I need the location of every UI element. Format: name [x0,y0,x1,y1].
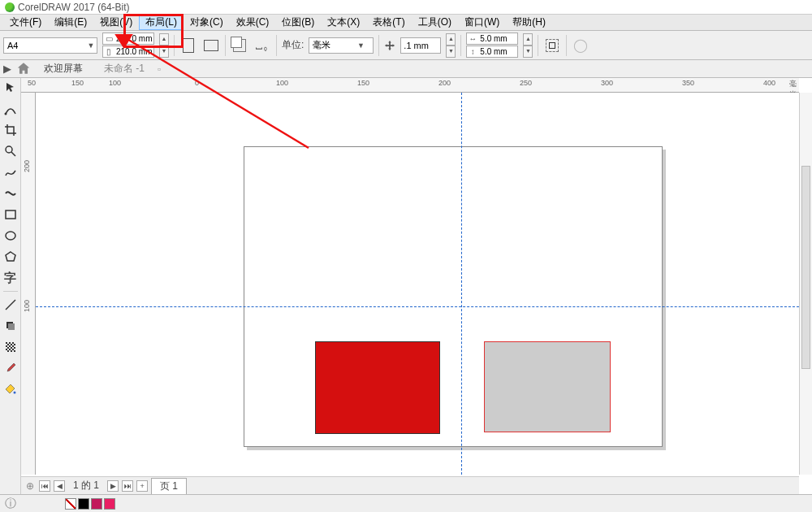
color-swatch[interactable] [104,498,115,510]
rectangle-tool[interactable] [2,206,19,223]
landscape-button[interactable] [202,37,220,54]
svg-point-12 [13,392,15,394]
menu-window[interactable]: 窗口(W) [458,15,506,30]
nudge-input[interactable] [400,37,441,54]
dup-x-field[interactable]: ↔ [466,33,518,45]
home-icon[interactable] [16,62,31,76]
color-swatch[interactable] [91,498,102,510]
ruler-tick: 100 [276,79,288,87]
red-rectangle-shape[interactable] [315,341,440,434]
svg-line-3 [11,152,15,156]
align-bottom-button[interactable]: ⎵₀ [253,37,271,54]
facing-pages-button[interactable] [231,37,248,54]
vertical-guide[interactable] [461,93,462,475]
pick-tool-indicator-icon: ▶ [3,63,11,75]
tab-document[interactable]: 未命名 -1 [96,60,153,77]
menu-object[interactable]: 对象(C) [184,15,230,30]
page-height-field[interactable]: ▯ [102,46,154,58]
property-toolbar: ▼ ▭ ▯ ▲▼ ⎵₀ 单位: ▼ ▲▼ ↔ ↕ ▲▼ ◯ [0,31,812,60]
page-tab[interactable]: 页 1 [151,478,187,494]
status-bar: ⓘ [0,494,812,512]
tab-welcome[interactable]: 欢迎屏幕 [36,60,91,77]
shape-tool[interactable] [2,101,19,117]
ruler-tick: 50 [28,79,36,87]
dup-y-input[interactable] [478,46,517,57]
menu-tools[interactable]: 工具(O) [412,15,458,30]
eyedropper-tool[interactable] [2,360,19,376]
prev-page-button[interactable]: ◀ [54,480,65,492]
dup-x-input[interactable] [478,33,517,44]
menu-text[interactable]: 文本(X) [321,15,366,30]
paper-size-combo[interactable]: ▼ [3,37,97,54]
title-bar: CorelDRAW 2017 (64-Bit) [0,0,812,15]
app-icon [5,2,15,12]
toolbox: 字 [0,78,21,494]
next-page-button[interactable]: ▶ [107,480,119,492]
page-height-input[interactable] [114,46,153,57]
polygon-tool[interactable] [2,249,19,265]
app-title: CorelDRAW 2017 (64-Bit) [18,2,130,13]
unit-combo[interactable]: ▼ [309,37,374,54]
grey-rectangle-shape[interactable] [484,341,611,432]
page-width-field[interactable]: ▭ [102,33,154,45]
fill-tool[interactable] [2,381,19,397]
svg-rect-4 [6,210,15,219]
horizontal-ruler[interactable]: 0 50 100 100 150 150 200 250 300 350 400… [21,78,799,93]
dup-y-field[interactable]: ↕ [466,46,518,58]
svg-line-6 [6,300,15,310]
dimension-tool[interactable] [2,297,19,313]
crop-tool[interactable] [2,122,19,138]
artistic-media-tool[interactable] [2,185,19,202]
add-page-button[interactable]: ⊕ [24,480,36,492]
last-page-button[interactable]: ⏭ [122,480,133,492]
menu-edit[interactable]: 编辑(E) [48,15,93,30]
ruler-tick: 200 [23,160,31,172]
menu-help[interactable]: 帮助(H) [506,15,552,30]
pick-tool[interactable] [2,80,19,96]
no-fill-swatch[interactable] [65,498,76,510]
page-navigator: ⊕ ⏮ ◀ 1 的 1 ▶ ⏭ + 页 1 [21,476,799,494]
dup-spinner[interactable]: ▲▼ [523,33,533,58]
height-icon: ▯ [103,48,114,56]
unit-input[interactable] [309,38,355,53]
menu-bitmap[interactable]: 位图(B) [275,15,321,30]
ruler-tick: 150 [357,79,369,87]
text-tool[interactable]: 字 [2,270,19,286]
nudge-spinner[interactable]: ▲▼ [446,33,456,58]
tab-close-icon[interactable]: ▫ [158,63,161,75]
dup-x-icon: ↔ [467,35,478,43]
first-page-button[interactable]: ⏮ [39,480,50,492]
vertical-ruler[interactable]: 200 100 [21,93,36,475]
svg-point-2 [6,146,12,153]
zoom-tool[interactable] [2,143,19,159]
ruler-tick: 0 [195,79,199,87]
ellipse-tool[interactable] [2,228,19,244]
caret-down-icon[interactable]: ▼ [355,41,366,50]
vertical-scrollbar-thumb[interactable] [801,166,810,369]
menu-effects[interactable]: 效果(C) [230,15,276,30]
crop-marks-button[interactable] [543,37,561,54]
menu-table[interactable]: 表格(T) [366,15,411,30]
menu-layout[interactable]: 布局(L) [139,15,184,30]
ruler-tick: 150 [71,79,84,87]
freehand-tool[interactable] [2,164,19,180]
caret-down-icon[interactable]: ▼ [85,41,97,50]
menu-view[interactable]: 视图(V) [93,15,139,30]
page-size-spinner[interactable]: ▲▼ [159,33,169,58]
page-width-input[interactable] [114,33,153,44]
hint-icon: ⓘ [5,497,16,511]
drawing-canvas[interactable] [36,93,799,475]
portrait-button[interactable] [179,37,197,54]
horizontal-guide[interactable] [36,306,799,307]
page-counter: 1 的 1 [68,479,104,492]
ruler-tick: 200 [438,79,451,87]
color-swatch[interactable] [78,498,89,510]
options-button[interactable]: ◯ [572,37,590,54]
transparency-tool[interactable] [2,339,19,355]
menu-file[interactable]: 文件(F) [3,15,48,30]
paper-size-input[interactable] [4,38,85,53]
drop-shadow-tool[interactable] [2,318,19,334]
add-page-after-button[interactable]: + [136,480,148,492]
vertical-scrollbar[interactable] [799,93,812,475]
workspace: 字 0 50 100 100 150 150 200 250 300 350 4… [0,78,812,494]
